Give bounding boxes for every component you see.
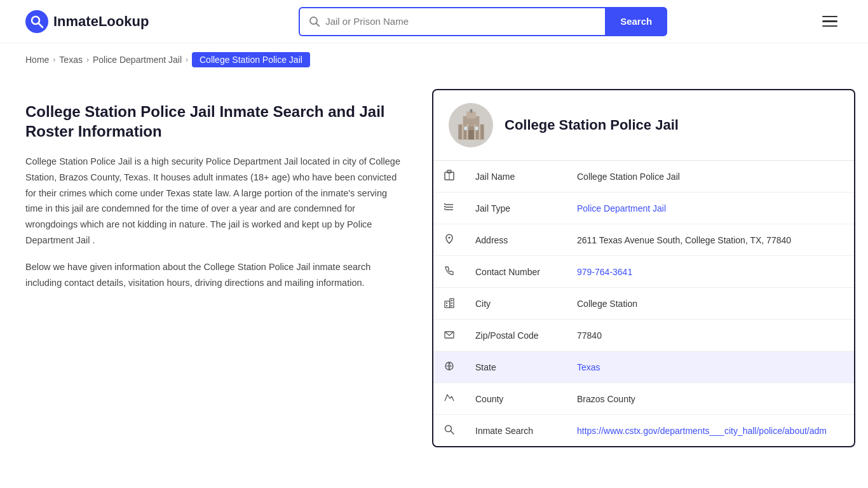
row-link[interactable]: https://www.cstx.gov/departments___city_…: [577, 426, 827, 436]
phone-icon: [433, 256, 465, 288]
county-icon: [433, 383, 465, 415]
left-panel: College Station Police Jail Inmate Searc…: [0, 76, 432, 464]
table-row: CityCollege Station: [433, 288, 854, 320]
hamburger-line-1: [822, 16, 837, 18]
globe-icon: [433, 351, 465, 383]
breadcrumb-sep-2: ›: [86, 55, 89, 64]
table-row: Inmate Searchhttps://www.cstx.gov/depart…: [433, 415, 854, 447]
svg-rect-10: [466, 124, 468, 139]
svg-rect-7: [468, 130, 475, 139]
row-value: Police Department Jail: [567, 193, 854, 224]
logo-text: InmateLookup: [53, 13, 149, 30]
zip-icon: [433, 320, 465, 351]
row-label: Jail Type: [465, 193, 567, 224]
row-label: Inmate Search: [465, 415, 567, 447]
row-link[interactable]: Police Department Jail: [577, 203, 666, 214]
row-label: Zip/Postal Code: [465, 320, 567, 351]
breadcrumb-state[interactable]: Texas: [59, 55, 83, 65]
table-row: Address2611 Texas Avenue South, College …: [433, 224, 854, 256]
row-label: City: [465, 288, 567, 320]
search-icon: [309, 16, 320, 27]
table-row: Jail TypePolice Department Jail: [433, 193, 854, 224]
svg-rect-11: [474, 124, 476, 139]
row-value: 2611 Texas Avenue South, College Station…: [567, 224, 854, 256]
logo-link[interactable]: InmateLookup: [25, 10, 149, 33]
jail-icon: [433, 161, 465, 193]
hamburger-menu[interactable]: [817, 11, 843, 32]
row-label: County: [465, 383, 567, 415]
card-header: College Station Police Jail: [433, 90, 854, 161]
row-value: College Station Police Jail: [567, 161, 854, 193]
building-icon: [454, 108, 489, 143]
facility-image: [449, 103, 493, 147]
row-value: https://www.cstx.gov/departments___city_…: [567, 415, 854, 447]
search-input-wrapper: [299, 7, 605, 36]
info-table: Jail NameCollege Station Police JailJail…: [433, 161, 854, 446]
right-panel: College Station Police Jail Jail NameCol…: [432, 76, 868, 464]
list-icon: [433, 193, 465, 224]
svg-rect-13: [464, 126, 467, 130]
svg-line-36: [451, 431, 454, 435]
city-icon: [433, 288, 465, 320]
search-input[interactable]: [325, 16, 596, 27]
svg-line-1: [39, 23, 43, 27]
breadcrumb: Home › Texas › Police Department Jail › …: [0, 43, 868, 76]
table-row: Jail NameCollege Station Police Jail: [433, 161, 854, 193]
page-desc-2: Below we have given information about th…: [25, 259, 407, 290]
svg-rect-12: [478, 124, 480, 139]
row-label: State: [465, 351, 567, 383]
row-value: 77840: [567, 320, 854, 351]
breadcrumb-current: College Station Police Jail: [192, 52, 310, 67]
svg-rect-22: [444, 206, 445, 207]
svg-rect-14: [475, 126, 478, 130]
search-area: Search: [299, 7, 667, 36]
page-heading: College Station Police Jail Inmate Searc…: [25, 102, 407, 141]
pin-icon: [433, 224, 465, 256]
logo-icon: [25, 10, 48, 33]
row-label: Jail Name: [465, 161, 567, 193]
svg-point-24: [449, 237, 451, 239]
svg-rect-21: [444, 203, 445, 205]
info-card: College Station Police Jail Jail NameCol…: [432, 89, 855, 447]
table-row: StateTexas: [433, 351, 854, 383]
search-button[interactable]: Search: [605, 7, 667, 36]
search2-icon: [433, 415, 465, 447]
table-row: Zip/Postal Code77840: [433, 320, 854, 351]
svg-line-3: [316, 23, 320, 26]
row-label: Contact Number: [465, 256, 567, 288]
facility-name: College Station Police Jail: [505, 117, 679, 133]
main-content: College Station Police Jail Inmate Searc…: [0, 76, 868, 488]
svg-rect-30: [451, 302, 452, 304]
table-row: Contact Number979-764-3641: [433, 256, 854, 288]
svg-rect-25: [445, 301, 450, 308]
breadcrumb-sep-1: ›: [53, 55, 55, 64]
svg-rect-28: [446, 305, 447, 306]
row-link[interactable]: Texas: [577, 362, 600, 372]
header: InmateLookup Search: [0, 0, 868, 43]
table-row: CountyBrazos County: [433, 383, 854, 415]
breadcrumb-category[interactable]: Police Department Jail: [93, 55, 182, 65]
svg-rect-8: [470, 109, 472, 112]
svg-rect-23: [444, 208, 445, 210]
row-value: Texas: [567, 351, 854, 383]
svg-rect-31: [451, 305, 452, 306]
svg-rect-27: [446, 302, 447, 304]
row-link[interactable]: 979-764-3641: [577, 267, 632, 277]
row-label: Address: [465, 224, 567, 256]
breadcrumb-sep-3: ›: [186, 55, 188, 64]
hamburger-line-3: [822, 25, 837, 27]
page-desc-1: College Station Police Jail is a high se…: [25, 154, 407, 248]
breadcrumb-home[interactable]: Home: [25, 55, 49, 65]
row-value: 979-764-3641: [567, 256, 854, 288]
svg-rect-9: [461, 124, 463, 139]
row-value: Brazos County: [567, 383, 854, 415]
hamburger-line-2: [822, 20, 837, 22]
row-value: College Station: [567, 288, 854, 320]
svg-rect-29: [451, 300, 452, 301]
